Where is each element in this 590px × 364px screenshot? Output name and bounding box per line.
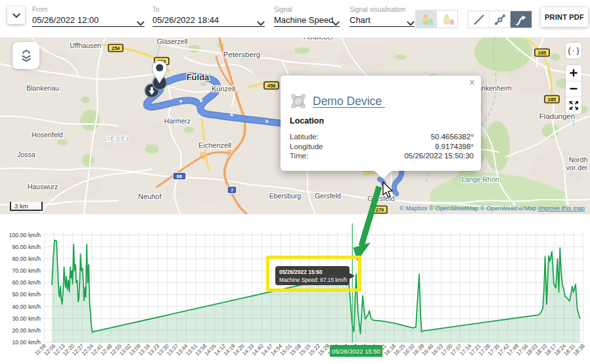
svg-text:GIESEL: GIESEL xyxy=(102,135,131,142)
svg-text:279: 279 xyxy=(376,207,384,213)
svg-text:Gersfeld: Gersfeld xyxy=(367,194,395,202)
svg-text:254: 254 xyxy=(112,45,120,51)
svg-text:40.00 km/h: 40.00 km/h xyxy=(12,304,41,310)
svg-text:Jossa: Jossa xyxy=(17,150,35,158)
svg-text:Nordh: Nordh xyxy=(569,156,588,164)
svg-text:3 km: 3 km xyxy=(14,202,28,210)
svg-text:Lange Rhön: Lange Rhön xyxy=(461,175,499,183)
svg-text:Petersberg: Petersberg xyxy=(223,51,260,58)
svg-text:05/26/2022 15:50: 05/26/2022 15:50 xyxy=(332,348,380,355)
svg-text:Neuhof: Neuhof xyxy=(138,193,162,200)
svg-text:50.00 km/h: 50.00 km/h xyxy=(12,291,41,298)
svg-text:30.00 km/h: 30.00 km/h xyxy=(12,315,41,322)
svg-text:90.00 km/h: 90.00 km/h xyxy=(12,244,41,250)
svg-text:© Mapbox © OpenStreetMap © Ope: © Mapbox © OpenStreetMap © OpenWeatherMa… xyxy=(399,205,585,212)
svg-text:vor der: vor der xyxy=(566,164,588,171)
svg-text:20.00 km/h: 20.00 km/h xyxy=(12,327,41,334)
svg-text:Fulda: Fulda xyxy=(187,72,210,82)
svg-text:Fladungen: Fladungen xyxy=(539,112,575,120)
svg-text:10.00 km/h: 10.00 km/h xyxy=(12,339,41,346)
svg-text:Hosenfeld: Hosenfeld xyxy=(32,131,62,139)
svg-text:Ebersburg: Ebersburg xyxy=(269,192,302,200)
svg-text:60.00 km/h: 60.00 km/h xyxy=(12,279,41,286)
svg-text:Blankenau: Blankenau xyxy=(26,84,59,92)
svg-text:Hofbieber: Hofbieber xyxy=(304,37,334,41)
svg-text:285: 285 xyxy=(538,50,547,56)
svg-text:Uffhausen: Uffhausen xyxy=(70,41,101,49)
svg-text:285: 285 xyxy=(548,97,556,102)
svg-text:80.00 km/h: 80.00 km/h xyxy=(12,256,41,262)
svg-text:Gläserzell: Gläserzell xyxy=(157,37,188,45)
svg-text:458: 458 xyxy=(267,83,276,89)
svg-text:66: 66 xyxy=(177,173,182,179)
svg-text:Eichenzell: Eichenzell xyxy=(198,141,231,149)
svg-text:Gersfeld: Gersfeld xyxy=(315,192,341,200)
svg-text:Harmerz: Harmerz xyxy=(164,117,191,125)
svg-text:Künzell: Künzell xyxy=(212,85,235,93)
svg-text:70.00 km/h: 70.00 km/h xyxy=(12,267,41,274)
svg-text:7: 7 xyxy=(231,187,233,193)
svg-text:100.00 km/h: 100.00 km/h xyxy=(9,232,41,239)
svg-text:Hauswurz: Hauswurz xyxy=(28,183,58,191)
